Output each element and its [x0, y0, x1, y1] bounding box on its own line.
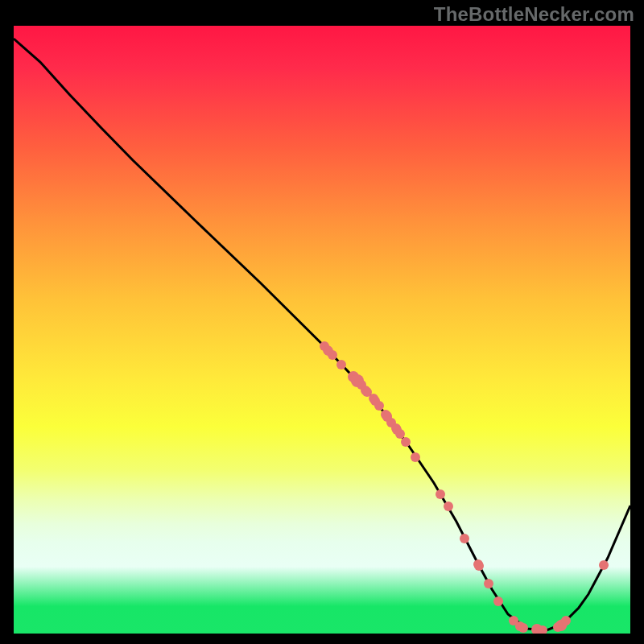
data-marker: [474, 561, 484, 571]
data-marker: [460, 534, 469, 543]
chart-container: TheBottleNecker.com: [0, 0, 644, 644]
data-marker: [561, 616, 571, 625]
data-marker: [395, 429, 405, 439]
data-marker: [436, 489, 445, 499]
data-marker: [493, 597, 503, 606]
chart-svg: [14, 26, 630, 634]
plot-area: [14, 26, 630, 634]
data-marker: [484, 579, 493, 588]
data-marker: [518, 623, 528, 633]
data-marker: [401, 437, 411, 447]
bottleneck-curve: [14, 39, 630, 630]
data-marker: [599, 560, 609, 570]
data-markers: [320, 341, 609, 634]
data-marker: [444, 502, 453, 511]
data-marker: [411, 452, 420, 462]
data-marker: [336, 360, 346, 369]
watermark-text: TheBottleNecker.com: [434, 3, 634, 26]
data-marker: [328, 350, 337, 360]
data-marker: [374, 401, 384, 411]
